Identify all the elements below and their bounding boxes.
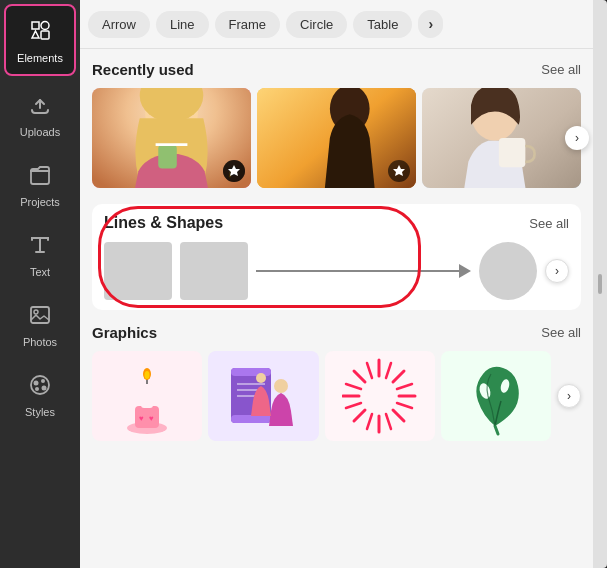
elements-label: Elements	[17, 52, 63, 64]
tab-table[interactable]: Table	[353, 11, 412, 38]
svg-rect-2	[31, 307, 49, 323]
recent-item-2[interactable]	[257, 88, 416, 188]
uploads-label: Uploads	[20, 126, 60, 138]
text-label: Text	[30, 266, 50, 278]
shape-rectangle-2[interactable]	[180, 242, 248, 300]
shapes-next-button[interactable]: ›	[545, 259, 569, 283]
recent-badge-1	[223, 160, 245, 182]
svg-line-38	[354, 371, 365, 382]
styles-icon	[27, 372, 53, 402]
handle-indicator	[598, 274, 602, 294]
svg-point-6	[41, 379, 45, 383]
recent-item-3[interactable]	[422, 88, 581, 188]
graphics-title: Graphics	[92, 324, 157, 341]
svg-point-23	[144, 371, 149, 379]
svg-rect-12	[158, 145, 177, 169]
svg-point-5	[34, 381, 39, 386]
tab-arrow[interactable]: Arrow	[88, 11, 150, 38]
recently-used-next-arrow[interactable]: ›	[565, 126, 589, 150]
svg-line-48	[397, 384, 412, 389]
graphics-see-all[interactable]: See all	[541, 325, 581, 340]
sidebar-item-projects[interactable]: Projects	[0, 150, 80, 220]
graphic-candle[interactable]: ♥ ♥	[92, 351, 202, 441]
svg-line-43	[386, 414, 391, 429]
svg-rect-17	[499, 138, 525, 167]
graphics-next-button[interactable]: ›	[557, 384, 581, 408]
svg-line-41	[354, 410, 365, 421]
tab-circle[interactable]: Circle	[286, 11, 347, 38]
content-area: Recently used See all	[80, 49, 593, 568]
recent-badge-2	[388, 160, 410, 182]
styles-label: Styles	[25, 406, 55, 418]
svg-rect-27	[231, 368, 271, 376]
svg-point-8	[35, 387, 39, 391]
right-edge-handle[interactable]	[593, 0, 607, 568]
svg-rect-1	[41, 31, 49, 39]
recently-used-grid: 🎓	[92, 88, 581, 188]
sidebar-item-text[interactable]: Text	[0, 220, 80, 290]
graphics-grid: ♥ ♥	[92, 351, 581, 441]
lines-shapes-see-all[interactable]: See all	[529, 216, 569, 231]
svg-point-0	[41, 22, 49, 30]
svg-line-46	[386, 363, 391, 378]
shape-rectangle-1[interactable]	[104, 242, 172, 300]
recently-used-header: Recently used See all	[92, 61, 581, 78]
svg-line-49	[346, 403, 361, 408]
svg-rect-28	[231, 415, 271, 423]
graphic-people[interactable]	[208, 351, 318, 441]
sidebar-item-uploads[interactable]: Uploads	[0, 80, 80, 150]
shape-circle[interactable]	[479, 242, 537, 300]
svg-line-44	[346, 384, 361, 389]
graphics-section: Graphics See all	[92, 324, 581, 441]
svg-line-45	[397, 403, 412, 408]
category-tabs: Arrow Line Frame Circle Table ›	[80, 0, 593, 49]
recent-item-1[interactable]: 🎓	[92, 88, 251, 188]
tab-more[interactable]: ›	[418, 10, 443, 38]
elements-icon	[26, 16, 54, 48]
svg-point-3	[34, 310, 38, 314]
sidebar-item-elements[interactable]: Elements	[4, 4, 76, 76]
svg-line-40	[393, 371, 404, 382]
tab-frame[interactable]: Frame	[215, 11, 281, 38]
uploads-icon	[27, 92, 53, 122]
svg-point-7	[42, 386, 47, 391]
svg-line-39	[393, 410, 404, 421]
svg-text:♥: ♥	[149, 414, 154, 423]
shape-line-arrow[interactable]	[256, 264, 471, 278]
recently-used-title: Recently used	[92, 61, 194, 78]
graphic-leaf[interactable]	[441, 351, 551, 441]
shapes-row: ›	[104, 242, 569, 300]
lines-shapes-header: Lines & Shapes See all	[104, 214, 569, 232]
lines-shapes-title: Lines & Shapes	[104, 214, 223, 232]
svg-line-42	[367, 363, 372, 378]
projects-icon	[27, 162, 53, 192]
photos-icon	[27, 302, 53, 332]
svg-text:♥: ♥	[139, 414, 144, 423]
svg-point-4	[31, 376, 49, 394]
sidebar-item-photos[interactable]: Photos	[0, 290, 80, 360]
photos-label: Photos	[23, 336, 57, 348]
svg-point-32	[274, 379, 288, 393]
graphic-starburst[interactable]	[325, 351, 435, 441]
lines-shapes-section: Lines & Shapes See all ›	[92, 204, 581, 310]
projects-label: Projects	[20, 196, 60, 208]
svg-rect-20	[141, 384, 153, 408]
tab-line[interactable]: Line	[156, 11, 209, 38]
svg-line-47	[367, 414, 372, 429]
svg-point-33	[256, 373, 266, 383]
sidebar: Elements Uploads Projects	[0, 0, 80, 568]
main-panel: Arrow Line Frame Circle Table › Recently…	[80, 0, 593, 568]
text-icon	[27, 232, 53, 262]
graphics-header: Graphics See all	[92, 324, 581, 341]
sidebar-item-styles[interactable]: Styles	[0, 360, 80, 430]
recently-used-see-all[interactable]: See all	[541, 62, 581, 77]
